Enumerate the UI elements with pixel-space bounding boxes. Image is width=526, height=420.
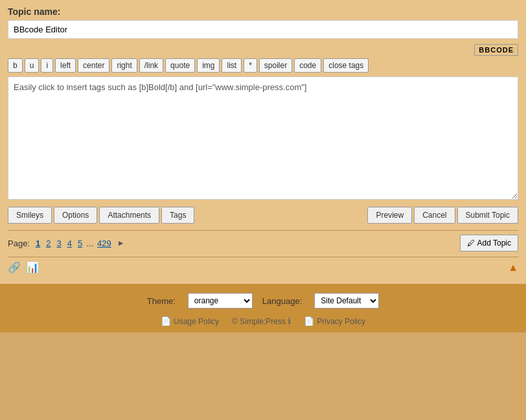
toolbar-left: Smileys Options Attachments Tags (8, 207, 194, 224)
language-select[interactable]: Site Default English French German (314, 293, 379, 309)
editor-textarea[interactable]: Easily click to insert tags such as [b]B… (8, 76, 518, 200)
privacy-policy-label: Privacy Policy (317, 317, 365, 326)
icons-left: 🔗 📊 (8, 261, 39, 274)
copyright-text: © Simple:Press ℹ (232, 316, 291, 326)
tag-buttons-row: b u i left center right /link quote img … (8, 58, 518, 73)
theme-lang-row: Theme: orange blue green default Languag… (8, 293, 518, 309)
privacy-policy-link[interactable]: 📄 Privacy Policy (304, 316, 365, 326)
tag-btn-code[interactable]: code (294, 58, 321, 73)
icons-row: 🔗 📊 ▲ (8, 257, 518, 277)
usage-policy-icon: 📄 (161, 316, 171, 326)
page-link-1[interactable]: 1 (34, 238, 42, 249)
tag-btn-center[interactable]: center (78, 58, 109, 73)
privacy-policy-icon: 📄 (304, 316, 314, 326)
usage-policy-link[interactable]: 📄 Usage Policy (161, 316, 219, 326)
tag-btn-i[interactable]: i (41, 58, 53, 73)
add-topic-icon: 🖊 (467, 239, 475, 248)
next-page-button[interactable]: ► (115, 238, 127, 248)
tag-btn-img[interactable]: img (197, 58, 220, 73)
pagination-row: Page: 1 2 3 4 5 ... 429 ► 🖊 Add Topic (8, 230, 518, 255)
tag-btn-link[interactable]: /link (139, 58, 163, 73)
tag-btn-right[interactable]: right (111, 58, 137, 73)
page-link-4[interactable]: 4 (65, 238, 74, 249)
add-topic-label: Add Topic (477, 239, 511, 248)
tag-btn-star[interactable]: * (244, 58, 257, 73)
add-topic-button[interactable]: 🖊 Add Topic (460, 235, 518, 251)
tag-btn-left[interactable]: left (55, 58, 76, 73)
page-link-3[interactable]: 3 (54, 238, 63, 249)
language-label: Language: (262, 296, 302, 306)
add-topic-area: 🖊 Add Topic (460, 235, 518, 251)
footer-links-row: 📄 Usage Policy © Simple:Press ℹ 📄 Privac… (8, 316, 518, 326)
page-ellipsis: ... (86, 239, 93, 248)
footer-section: Theme: orange blue green default Languag… (0, 284, 526, 332)
page-link-5[interactable]: 5 (76, 238, 84, 249)
topic-name-label: Topic name: (8, 6, 518, 17)
topic-name-input[interactable] (8, 20, 518, 39)
submit-topic-button[interactable]: Submit Topic (457, 207, 518, 224)
bbcode-toggle-button[interactable]: BBCODE (474, 44, 518, 56)
page-label: Page: (8, 239, 30, 248)
page-link-last[interactable]: 429 (95, 238, 113, 249)
tag-btn-u[interactable]: u (25, 58, 40, 73)
rss-icon[interactable]: 🔗 (8, 261, 21, 274)
tag-btn-quote[interactable]: quote (165, 58, 195, 73)
preview-button[interactable]: Preview (367, 207, 412, 224)
info-icon[interactable]: ℹ (288, 316, 291, 326)
tag-btn-spoiler[interactable]: spoiler (259, 58, 292, 73)
tag-btn-list[interactable]: list (222, 58, 242, 73)
toolbar-right: Preview Cancel Submit Topic (367, 207, 518, 224)
theme-label: Theme: (147, 296, 176, 306)
main-container: Topic name: BBCODE b u i left center rig… (0, 0, 526, 284)
pagination-left: Page: 1 2 3 4 5 ... 429 ► (8, 238, 127, 249)
cancel-button[interactable]: Cancel (414, 207, 455, 224)
editor-toolbar: Smileys Options Attachments Tags Preview… (8, 207, 518, 224)
options-button[interactable]: Options (54, 207, 97, 224)
tag-btn-close-tags[interactable]: close tags (323, 58, 369, 73)
attachments-button[interactable]: Attachments (99, 207, 159, 224)
theme-select[interactable]: orange blue green default (188, 293, 253, 309)
stats-icon[interactable]: 📊 (26, 261, 39, 274)
usage-policy-label: Usage Policy (174, 317, 219, 326)
tags-button[interactable]: Tags (161, 207, 194, 224)
tag-btn-b[interactable]: b (8, 58, 23, 73)
page-link-2[interactable]: 2 (44, 238, 52, 249)
smileys-button[interactable]: Smileys (8, 207, 52, 224)
scroll-top-icon[interactable]: ▲ (508, 262, 518, 274)
bbcode-toggle-row: BBCODE (8, 44, 518, 56)
